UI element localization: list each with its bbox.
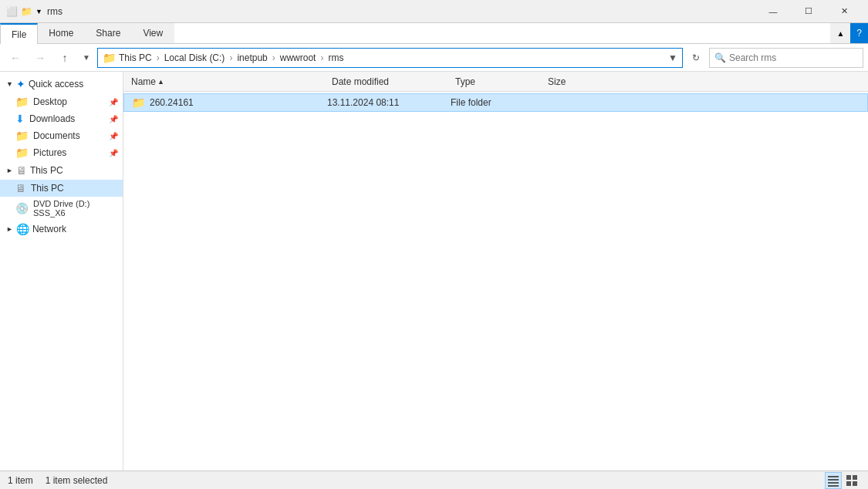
chevron-right-thispc-icon: ► [6,167,13,174]
crumb-rms: rms [328,52,343,63]
sidebar-item-pictures[interactable]: 📁 Pictures 📌 [0,144,123,161]
network-icon: 🌐 [16,223,29,235]
sort-indicator-icon: ▲ [157,78,164,86]
search-box[interactable]: 🔍 [709,48,863,68]
ribbon-tabs: File Home Share View ▲ ? [0,23,868,43]
col-header-date[interactable]: Date modified [332,76,455,87]
main-area: ▼ ✦ Quick access 📁 Desktop 📌 ⬇ Downloads… [0,72,868,470]
pictures-icon: 📁 [15,147,29,159]
minimize-button[interactable]: — [755,0,791,23]
sidebar-item-desktop[interactable]: 📁 Desktop 📌 [0,93,123,110]
tab-share[interactable]: Share [85,23,132,43]
svg-rect-2 [828,482,839,484]
sidebar-item-label-thispc: This PC [31,183,64,194]
up-button[interactable]: ↑ [54,47,76,69]
maximize-button[interactable]: ☐ [791,0,826,23]
sidebar-item-downloads[interactable]: ⬇ Downloads 📌 [0,110,123,127]
status-bar: 1 item 1 item selected [0,470,868,489]
window-controls: — ☐ ✕ [755,0,862,23]
back-button[interactable]: ← [5,47,26,69]
sidebar-item-label-desktop: Desktop [33,96,67,107]
crumb-inetpub[interactable]: inetpub [237,52,267,63]
network-label: Network [32,224,66,234]
ribbon: File Home Share View ▲ ? [0,23,868,44]
folder-icon-file: 📁 [132,96,145,109]
folder-icon-title: 📁 [21,6,32,17]
crumb-localdisk[interactable]: Local Disk (C:) [164,52,225,63]
selected-count: 1 item selected [46,475,108,486]
file-type: File folder [451,97,543,108]
svg-rect-6 [846,481,851,486]
file-date: 13.11.2024 08:11 [327,97,451,108]
quick-access-icon: ⬜ [6,6,18,17]
col-header-type[interactable]: Type [455,76,548,87]
dropdown-arrow[interactable]: ▼ [35,8,42,15]
sidebar-item-label-dvd: DVD Drive (D:) SSS_X6 [33,199,117,218]
pin-icon-documents: 📌 [109,132,118,140]
address-dropdown-btn[interactable]: ▼ [668,52,677,63]
sidebar-section-network[interactable]: ► 🌐 Network [0,220,123,238]
thispc-selected-icon: 🖥 [15,182,26,194]
search-icon: 🔍 [714,52,726,63]
desktop-folder-icon: 📁 [15,96,29,108]
crumb-wwwroot[interactable]: wwwroot [280,52,316,63]
search-input[interactable] [729,52,858,63]
svg-rect-7 [853,481,857,486]
forward-button[interactable]: → [29,47,51,69]
pin-icon-pictures: 📌 [109,149,118,157]
file-name: 260.24161 [150,97,327,108]
svg-rect-3 [828,485,839,487]
documents-icon: 📁 [15,130,29,142]
dvd-icon: 💿 [15,202,29,214]
sidebar-item-thispc-selected[interactable]: 🖥 This PC [0,180,123,197]
sidebar-section-quick-access[interactable]: ▼ ✦ Quick access [0,75,123,93]
svg-rect-0 [828,476,839,477]
sidebar-item-dvd[interactable]: 💿 DVD Drive (D:) SSS_X6 [0,197,123,220]
address-history-button[interactable]: ▼ [79,50,94,66]
sidebar-item-documents[interactable]: 📁 Documents 📌 [0,127,123,144]
sidebar: ▼ ✦ Quick access 📁 Desktop 📌 ⬇ Downloads… [0,72,123,470]
title-bar-icons: ⬜ 📁 ▼ [6,6,42,17]
chevron-right-network-icon: ► [6,225,13,233]
sidebar-section-thispc[interactable]: ► 🖥 This PC [0,161,123,180]
table-row[interactable]: 📁 260.24161 13.11.2024 08:11 File folder [123,93,868,112]
sidebar-item-label-documents: Documents [33,130,80,141]
chevron-down-icon: ▼ [6,80,13,88]
address-bar-row: ← → ↑ ▼ 📁 This PC › Local Disk (C:) › in… [0,44,868,72]
file-list: 📁 260.24161 13.11.2024 08:11 File folder [123,92,868,470]
address-box[interactable]: 📁 This PC › Local Disk (C:) › inetpub › … [97,48,683,68]
title-bar: ⬜ 📁 ▼ rms — ☐ ✕ [0,0,868,23]
sidebar-item-label-downloads: Downloads [29,113,75,124]
downloads-icon: ⬇ [15,113,25,125]
quick-access-star-icon: ✦ [16,78,25,90]
view-toggle-buttons [825,472,860,489]
folder-icon-address: 📁 [103,52,116,64]
col-header-name[interactable]: Name ▲ [131,76,332,87]
column-headers: Name ▲ Date modified Type Size [123,72,868,92]
svg-rect-4 [846,475,851,480]
window-title: rms [47,6,751,17]
tab-file[interactable]: File [0,23,38,44]
svg-rect-1 [828,479,839,481]
quick-access-label: Quick access [29,79,83,89]
col-header-size[interactable]: Size [548,76,610,87]
pin-icon-desktop: 📌 [109,98,118,106]
tab-view[interactable]: View [132,23,174,43]
details-view-icon [827,474,839,487]
large-icons-view-button[interactable] [843,472,860,489]
thispc-label: This PC [30,165,63,176]
pin-icon-downloads: 📌 [109,115,118,123]
file-area: Name ▲ Date modified Type Size 📁 260.241… [123,72,868,470]
large-icons-view-icon [846,474,858,487]
ribbon-collapse-button[interactable]: ▲ [830,23,850,43]
sidebar-item-label-pictures: Pictures [33,147,66,158]
item-count: 1 item [8,475,33,486]
tab-home[interactable]: Home [38,23,85,43]
details-view-button[interactable] [825,472,842,489]
svg-rect-5 [853,475,857,480]
refresh-button[interactable]: ↻ [686,48,706,68]
crumb-thispc[interactable]: This PC [119,52,152,63]
close-button[interactable]: ✕ [826,0,862,23]
thispc-icon: 🖥 [16,164,27,177]
help-button[interactable]: ? [850,23,868,43]
